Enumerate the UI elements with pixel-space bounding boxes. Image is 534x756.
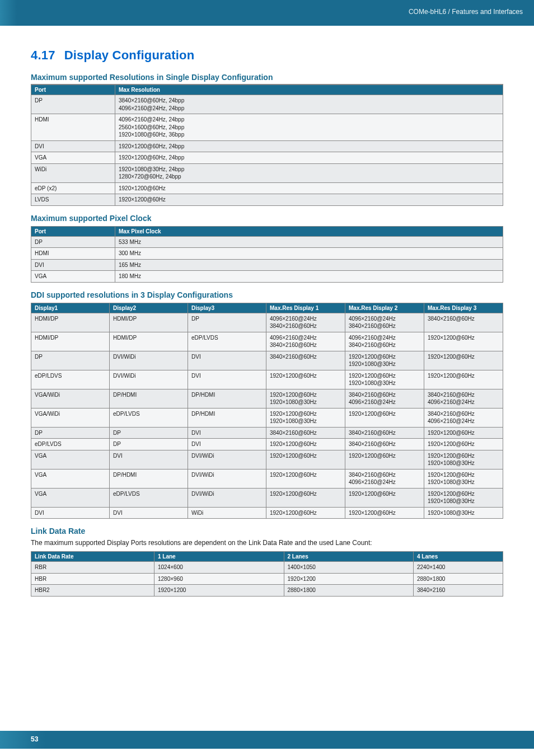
table-cell: 1920×1200@60Hz1920×1080@30Hz [424,488,503,507]
table-cell: DVI [188,370,266,389]
table-cell: 1920×1200@60Hz [266,507,345,519]
table-cell: 1920×1200@60Hz [345,488,424,507]
table-cell: DVI [31,259,115,271]
page-footer: 53 [0,731,534,749]
footer-bar [0,731,534,749]
table-cell: HDMI/DP [110,313,188,332]
table-row: VGADVIDVI/WiDi1920×1200@60Hz1920×1200@60… [31,450,503,469]
table-row: DVI165 MHz [31,259,503,271]
col-display3: Display3 [188,303,266,313]
table-cell: DVI/WiDi [110,370,188,389]
table-cell: 1920×1200@60Hz [266,450,345,469]
col-maxres2: Max.Res Display 2 [345,303,424,313]
table-cell: eDP/LVDS [110,488,188,507]
table-cell: 180 MHz [115,271,503,283]
table-cell: 1920×1200@60Hz [345,507,424,519]
table-cell: eDP/LDVS [31,370,110,389]
col-max-pixel-clock: Max Pixel Clock [115,226,503,236]
table-cell: DP/HDMI [188,389,266,408]
col-1-lane: 1 Lane [154,552,284,562]
table-cell: WiDi [188,507,266,519]
table-cell: 1920×1200@60Hz, 24bpp [115,140,503,152]
table-cell: 533 MHz [115,236,503,248]
table-row: VGADP/HDMIDVI/WiDi1920×1200@60Hz3840×216… [31,469,503,488]
table-cell: VGA [31,450,110,469]
table-cell: DP [31,427,110,439]
table-cell: DP [31,236,115,248]
table-cell: DVI [31,140,115,152]
table-cell: eDP/LVDS [31,439,110,450]
table-cell: HDMI/DP [31,332,110,351]
table-max-resolutions: Port Max Resolution DP3840×2160@60Hz, 24… [31,84,503,206]
col-4-lanes: 4 Lanes [414,552,503,562]
table-cell: 1920×1200@60Hz [424,351,503,370]
table-cell: DVI [188,427,266,439]
table-cell: DP [110,439,188,450]
page-title: 4.17Display Configuration [31,48,503,63]
page-header: COMe-bHL6 / Features and Interfaces [0,0,534,26]
table-cell: 3840×2160@60Hz4096×2160@24Hz [345,469,424,488]
table-cell: VGA/WiDi [31,389,110,408]
table-cell: DVI [110,507,188,519]
table-cell: 1920×1200@60Hz [345,450,424,469]
table-cell: DVI [188,351,266,370]
table-link-data-rate: Link Data Rate 1 Lane 2 Lanes 4 Lanes RB… [31,551,503,597]
table-cell: 1920×1200@60Hz1920×1080@30Hz [424,450,503,469]
heading-ddi: DDI supported resolutions in 3 Display C… [31,290,503,299]
table-cell: 1920×1200@60Hz [424,427,503,439]
heading-link-data-rate: Link Data Rate [31,527,503,536]
table-cell: 1400×1050 [284,562,414,574]
table-cell: 3840×2160@60Hz, 24bpp4096×2160@24Hz, 24b… [115,95,503,114]
table-cell: 3840×2160@60Hz [266,427,345,439]
table-cell: DVI/WiDi [188,488,266,507]
table-row: eDP/LVDSDPDVI1920×1200@60Hz3840×2160@60H… [31,439,503,450]
table-cell: VGA [31,488,110,507]
table-cell: DVI [110,450,188,469]
table-cell: 1920×1200@60Hz [266,469,345,488]
col-maxres3: Max.Res Display 3 [424,303,503,313]
table-row: eDP (x2)1920×1200@60Hz [31,182,503,194]
col-port: Port [31,226,115,236]
table-cell: 2880×1800 [414,573,503,585]
table-cell: DP/HDMI [188,408,266,427]
table-cell: 1920×1200 [154,585,284,597]
table-row: DPDPDVI3840×2160@60Hz3840×2160@60Hz1920×… [31,427,503,439]
table-row: RBR1024×6001400×10502240×1400 [31,562,503,574]
table-row: DPDVI/WiDiDVI3840×2160@60Hz1920×1200@60H… [31,351,503,370]
table-cell: DVI/WiDi [110,351,188,370]
table-cell: 4096×2160@24Hz, 24bpp2560×1600@60Hz, 24b… [115,114,503,141]
table-cell: 1920×1200@60Hz [266,439,345,450]
table-cell: 1920×1200@60Hz1920×1080@30Hz [266,408,345,427]
col-link-data-rate: Link Data Rate [31,552,154,562]
table-cell: 1920×1200@60Hz [115,182,503,194]
table-cell: 1920×1200@60Hz [424,370,503,389]
table-cell: 1920×1200@60Hz [266,488,345,507]
table-cell: 3840×2160@60Hz [266,351,345,370]
table-cell: 3840×2160@60Hz [345,427,424,439]
page-content: 4.17Display Configuration Maximum suppor… [0,26,534,608]
table-row: DP3840×2160@60Hz, 24bpp4096×2160@24Hz, 2… [31,95,503,114]
table-cell: 3840×2160@60Hz4096×2160@24Hz [424,408,503,427]
table-cell: DVI/WiDi [188,469,266,488]
col-2-lanes: 2 Lanes [284,552,414,562]
table-cell: 300 MHz [115,248,503,260]
table-cell: LVDS [31,194,115,206]
table-row: VGA/WiDieDP/LVDSDP/HDMI1920×1200@60Hz192… [31,408,503,427]
table-cell: 1920×1200@60Hz [345,408,424,427]
table-cell: 1920×1080@30Hz [424,507,503,519]
table-cell: 1024×600 [154,562,284,574]
table-row: HDMI/DPHDMI/DPDP4096×2160@24Hz3840×2160@… [31,313,503,332]
table-row: DVIDVIWiDi1920×1200@60Hz1920×1200@60Hz19… [31,507,503,519]
table-cell: VGA/WiDi [31,408,110,427]
table-cell: HBR2 [31,585,154,597]
table-cell: DP [110,427,188,439]
table-ddi: Display1 Display2 Display3 Max.Res Displ… [31,303,503,519]
table-cell: 4096×2160@24Hz3840×2160@60Hz [266,332,345,351]
table-cell: DP/HDMI [110,469,188,488]
table-row: WiDi1920×1080@30Hz, 24bpp1280×720@60Hz, … [31,163,503,182]
heading-max-resolutions: Maximum supported Resolutions in Single … [31,73,503,84]
table-cell: WiDi [31,163,115,182]
section-number: 4.17 [31,48,55,62]
heading-pixel-clock: Maximum supported Pixel Clock [31,214,503,223]
table-cell: 3840×2160@60Hz [424,313,503,332]
